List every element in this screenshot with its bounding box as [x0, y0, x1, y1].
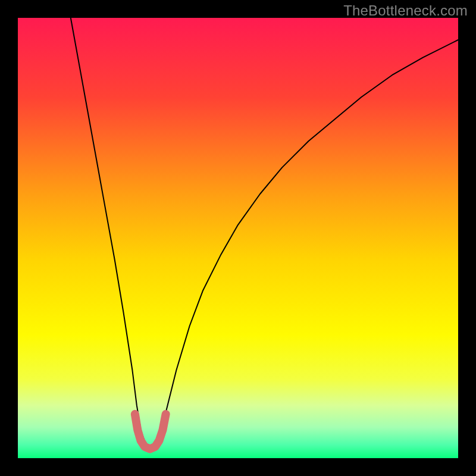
plot-background [18, 18, 458, 458]
bottleneck-chart [0, 0, 476, 476]
watermark-text: TheBottleneck.com [343, 2, 468, 19]
